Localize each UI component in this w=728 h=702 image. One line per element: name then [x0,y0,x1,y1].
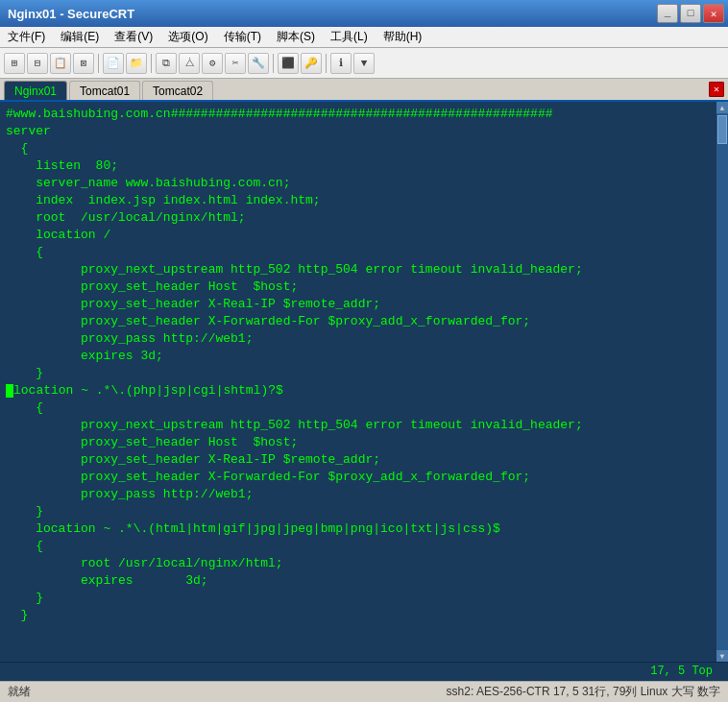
toolbar-btn-13[interactable]: 🔑 [301,53,322,74]
status-right: ssh2: AES-256-CTR 17, 5 31行, 79列 Linux 大… [447,684,720,700]
toolbar-btn-9[interactable]: ⚙ [202,53,223,74]
toolbar-btn-14[interactable]: ℹ [330,53,352,74]
maximize-button[interactable]: □ [680,4,701,23]
menu-help[interactable]: 帮助(H) [376,27,430,47]
terminal-content: #www.baishubing.com.cn##################… [6,106,711,624]
menu-tools[interactable]: 工具(L) [323,27,376,47]
tab-bar: Nginx01 Tomcat01 Tomcat02 ✕ [0,79,728,102]
menu-script[interactable]: 脚本(S) [269,27,323,47]
scroll-down-arrow[interactable]: ▼ [716,650,728,662]
separator-2 [151,54,152,73]
menu-view[interactable]: 查看(V) [107,27,160,47]
minimize-button[interactable]: _ [657,4,678,23]
menu-bar: 文件(F) 编辑(E) 查看(V) 选项(O) 传输(T) 脚本(S) 工具(L… [0,27,728,48]
scrollbar[interactable]: ▲ ▼ [716,102,728,662]
toolbar-btn-3[interactable]: 📋 [50,53,71,74]
separator-3 [273,54,274,73]
toolbar-btn-4[interactable]: ⊠ [73,53,94,74]
toolbar-btn-11[interactable]: 🔧 [248,53,269,74]
status-bar: 就绪 ssh2: AES-256-CTR 17, 5 31行, 79列 Linu… [0,681,728,702]
menu-file[interactable]: 文件(F) [0,27,53,47]
toolbar-btn-15[interactable]: ▼ [353,53,375,74]
toolbar: ⊞ ⊟ 📋 ⊠ 📄 📁 ⧉ ⧊ ⚙ ✂ 🔧 ⬛ 🔑 ℹ ▼ [0,48,728,79]
terminal[interactable]: #www.baishubing.com.cn##################… [0,102,716,662]
separator-4 [326,54,327,73]
toolbar-btn-12[interactable]: ⬛ [278,53,299,74]
toolbar-btn-7[interactable]: ⧉ [156,53,177,74]
tab-nginx01[interactable]: Nginx01 [4,81,67,100]
menu-options[interactable]: 选项(O) [160,27,215,47]
status-left: 就绪 [8,684,31,700]
window-controls: _ □ ✕ [657,4,724,23]
toolbar-btn-5[interactable]: 📄 [103,53,124,74]
toolbar-btn-8[interactable]: ⧊ [179,53,200,74]
terminal-wrapper: #www.baishubing.com.cn##################… [0,102,728,662]
toolbar-btn-2[interactable]: ⊟ [27,53,48,74]
tab-tomcat01[interactable]: Tomcat01 [69,81,140,100]
title-bar: Nginx01 - SecureCRT _ □ ✕ [0,0,728,27]
menu-edit[interactable]: 编辑(E) [53,27,107,47]
menu-transfer[interactable]: 传输(T) [216,27,269,47]
cursor [6,384,13,398]
separator-1 [98,54,99,73]
close-button[interactable]: ✕ [703,4,724,23]
scroll-thumb[interactable] [717,115,727,144]
toolbar-btn-1[interactable]: ⊞ [4,53,25,74]
position-text: 17, 5 Top [650,665,713,678]
title-text: Nginx01 - SecureCRT [8,7,134,21]
toolbar-btn-10[interactable]: ✂ [225,53,246,74]
toolbar-btn-6[interactable]: 📁 [126,53,147,74]
position-indicator: 17, 5 Top [0,662,728,681]
tab-close-button[interactable]: ✕ [709,82,724,97]
scroll-up-arrow[interactable]: ▲ [716,102,728,113]
tab-tomcat02[interactable]: Tomcat02 [142,81,213,100]
